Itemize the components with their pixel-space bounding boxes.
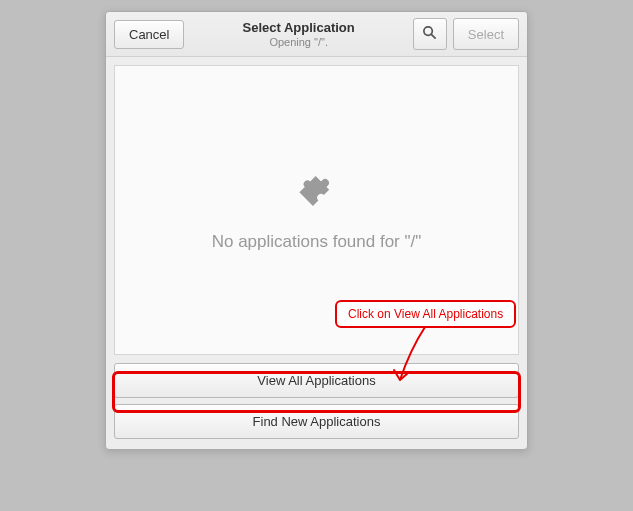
search-button[interactable] — [413, 18, 447, 50]
dialog-action-buttons: View All Applications Find New Applicati… — [106, 363, 527, 449]
dialog-titlebar: Cancel Select Application Opening "/". S… — [106, 12, 527, 57]
puzzle-icon — [294, 168, 340, 218]
dialog-title-area: Select Application Opening "/". — [184, 20, 412, 48]
annotation-text: Click on View All Applications — [335, 300, 516, 328]
dialog-title: Select Application — [184, 20, 412, 35]
view-all-applications-button[interactable]: View All Applications — [114, 363, 519, 398]
annotation-callout: Click on View All Applications — [335, 300, 516, 328]
find-new-applications-button[interactable]: Find New Applications — [114, 404, 519, 439]
select-application-dialog: Cancel Select Application Opening "/". S… — [105, 11, 528, 450]
annotation-arrow-icon — [390, 325, 450, 399]
select-button[interactable]: Select — [453, 18, 519, 50]
dialog-subtitle: Opening "/". — [184, 36, 412, 48]
empty-state-message: No applications found for "/" — [212, 232, 422, 252]
svg-line-1 — [432, 34, 436, 38]
cancel-button[interactable]: Cancel — [114, 20, 184, 49]
search-icon — [422, 25, 437, 43]
titlebar-right-buttons: Select — [413, 18, 519, 50]
svg-point-3 — [317, 194, 328, 205]
